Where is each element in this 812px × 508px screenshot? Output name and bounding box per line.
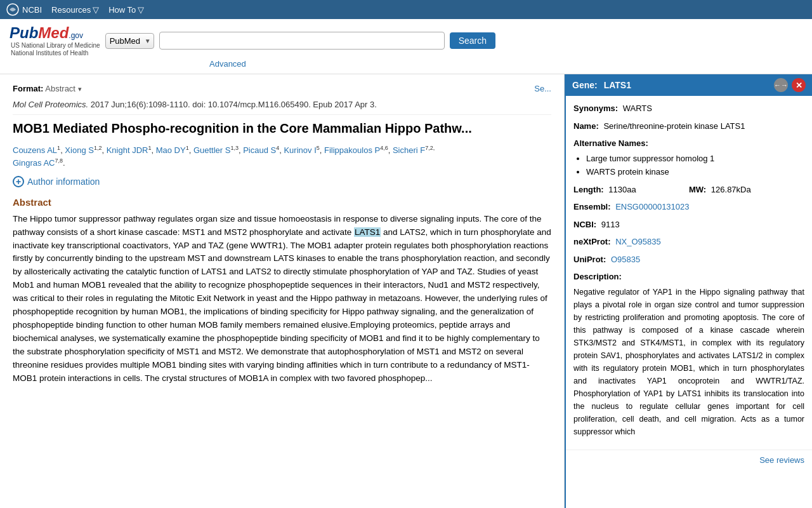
author-link[interactable]: Couzens AL — [13, 145, 57, 155]
name-field: Name: Serine/threonine-protein kinase LA… — [573, 120, 804, 133]
author-info-label: Author information — [27, 177, 100, 187]
list-item: WARTS protein kinase — [586, 166, 804, 178]
ncbi-field: NCBI: 9113 — [573, 218, 804, 231]
abstract-section: Abstract The Hippo tumor suppressor path… — [13, 197, 551, 385]
author-link[interactable]: Kurinov I — [284, 145, 316, 155]
authors-list: Couzens AL1, Xiong S1,2, Knight JDR1, Ma… — [13, 144, 551, 170]
main-area: Format: Abstract ▾ Se... Mol Cell Proteo… — [0, 74, 812, 508]
abstract-title: Abstract — [13, 197, 551, 208]
close-panel-button[interactable]: ✕ — [792, 78, 806, 92]
panel-controls: ←→ ✕ — [774, 78, 806, 92]
uniprot-field: UniProt: O95835 — [573, 253, 804, 266]
save-cite-link[interactable]: Se... — [534, 84, 551, 93]
author-link[interactable]: Picaud S — [243, 145, 276, 155]
author-link[interactable]: Mao DY — [156, 145, 186, 155]
abstract-text: The Hippo tumor suppressor pathway regul… — [13, 213, 551, 385]
pubmed-logo: PubMed.gov — [10, 24, 100, 42]
author-link[interactable]: Knight JDR — [107, 145, 148, 155]
top-navigation: NCBI Resources ▽ How To ▽ — [0, 0, 812, 19]
advanced-search-link[interactable]: Advanced — [209, 59, 246, 69]
search-input[interactable] — [159, 32, 445, 50]
lats1-highlight: LATS1 — [354, 227, 381, 237]
uniprot-link[interactable]: O95835 — [611, 255, 640, 264]
article-section: Format: Abstract ▾ Se... Mol Cell Proteo… — [0, 74, 565, 508]
description-field: Description: Negative regulator of YAP1 … — [573, 271, 804, 438]
ensembl-link[interactable]: ENSG00000131023 — [615, 202, 689, 211]
author-info-button[interactable]: + Author information — [13, 176, 551, 187]
nextprot-field: neXtProt: NX_O95835 — [573, 236, 804, 248]
expand-icon: + — [13, 176, 24, 187]
database-select[interactable]: PubMed PMC Books — [105, 33, 154, 49]
author-link[interactable]: Gingras AC — [13, 158, 55, 168]
howto-nav[interactable]: How To ▽ — [108, 5, 144, 15]
logo-pub: PubMed.gov — [10, 24, 83, 42]
gene-panel-body: Synonyms: WARTS Name: Serine/threonine-p… — [566, 96, 812, 450]
gene-title: Gene: LATS1 — [572, 80, 631, 90]
article-title: MOB1 Mediated Phospho-recognition in the… — [13, 120, 551, 137]
database-selector[interactable]: PubMed PMC Books — [105, 33, 154, 49]
author-link[interactable]: Xiong S — [65, 145, 94, 155]
synonyms-field: Synonyms: WARTS — [573, 102, 804, 115]
ncbi-tagline: US National Library of Medicine National… — [11, 42, 100, 57]
author-link[interactable]: Guettler S — [193, 145, 231, 155]
search-row: PubMed.gov US National Library of Medici… — [10, 24, 802, 57]
ncbi-logo: NCBI — [6, 3, 42, 16]
length-mw-field: Length: 1130aa MW: 126.87kDa — [573, 184, 804, 196]
search-button[interactable]: Search — [450, 32, 495, 49]
see-reviews-link[interactable]: See reviews — [566, 450, 812, 470]
alt-names-field: Alternative Names: Large tumor suppresso… — [573, 137, 804, 178]
list-item: Large tumor suppressor homolog 1 — [586, 152, 804, 165]
gene-panel-header: Gene: LATS1 ←→ ✕ — [566, 74, 812, 96]
resources-nav[interactable]: Resources ▽ — [51, 5, 99, 15]
author-link[interactable]: Filippakoulos P — [324, 145, 380, 155]
ncbi-label: NCBI — [22, 5, 42, 15]
gene-panel: Gene: LATS1 ←→ ✕ Synonyms: WARTS Name: S… — [565, 74, 812, 508]
format-label: Format: Abstract ▾ — [13, 84, 82, 93]
ensembl-field: Ensembl: ENSG00000131023 — [573, 201, 804, 213]
nextprot-link[interactable]: NX_O95835 — [615, 237, 661, 246]
alt-names-list: Large tumor suppressor homolog 1 WARTS p… — [586, 152, 804, 178]
article-citation: Mol Cell Proteomics. 2017 Jun;16(6):1098… — [13, 100, 551, 115]
author-link[interactable]: Sicheri F — [393, 145, 425, 155]
search-area: PubMed.gov US National Library of Medici… — [0, 19, 812, 74]
navigate-back-button[interactable]: ←→ — [774, 78, 788, 92]
format-bar: Format: Abstract ▾ Se... — [13, 84, 551, 93]
